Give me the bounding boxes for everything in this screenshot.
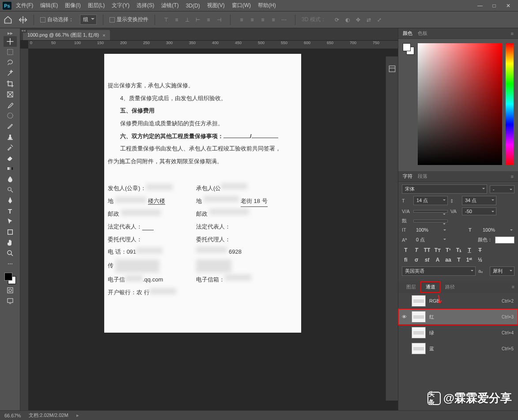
- dodge-tool[interactable]: [4, 184, 17, 195]
- history-brush-tool[interactable]: [4, 142, 17, 153]
- edit-toolbar-icon[interactable]: ⋯: [4, 259, 17, 269]
- align-top-icon[interactable]: ⊤: [161, 15, 171, 25]
- show-transform-checkbox[interactable]: 显示变换控件: [110, 16, 148, 23]
- panel-menu-icon[interactable]: ≡: [511, 174, 514, 179]
- crop-tool[interactable]: [4, 79, 17, 89]
- brush-tool[interactable]: [4, 121, 17, 131]
- vscale-select[interactable]: [413, 220, 448, 222]
- half-button[interactable]: ½: [476, 256, 484, 264]
- oldstyle-button[interactable]: σ: [412, 256, 420, 264]
- channel-row-rgb[interactable]: RGB Ctrl+2: [398, 293, 518, 309]
- tab-channels[interactable]: 通道: [420, 281, 441, 293]
- pen-tool[interactable]: [4, 195, 17, 206]
- heal-tool[interactable]: [4, 110, 17, 121]
- stamp-tool[interactable]: [4, 131, 17, 142]
- dist-bottom-icon[interactable]: ≡: [258, 15, 268, 25]
- menu-3d[interactable]: 3D(D): [183, 1, 203, 10]
- dist-vmid-icon[interactable]: ≡: [247, 15, 257, 25]
- wand-tool[interactable]: [4, 68, 17, 79]
- align-hmid-icon[interactable]: ≡: [204, 15, 213, 25]
- shape-tool[interactable]: [4, 227, 17, 237]
- menu-window[interactable]: 窗口(W): [229, 0, 253, 11]
- superscript-button[interactable]: T¹: [444, 246, 452, 254]
- zoom-value[interactable]: 66.67%: [4, 413, 21, 418]
- tab-paths[interactable]: 路径: [441, 282, 459, 292]
- minimize-button[interactable]: —: [473, 2, 487, 10]
- menu-select[interactable]: 选择(S): [134, 0, 157, 11]
- strikethrough-button[interactable]: T: [476, 246, 484, 254]
- doc-info[interactable]: 文档:2.02M/2.02M: [29, 412, 68, 419]
- panel-menu-icon[interactable]: ≡: [512, 284, 514, 289]
- visibility-icon[interactable]: [400, 297, 408, 305]
- history-panel-icon[interactable]: [388, 64, 397, 73]
- lasso-tool[interactable]: [4, 57, 17, 68]
- dist-left-icon[interactable]: ≡: [268, 15, 278, 25]
- home-icon[interactable]: [4, 15, 12, 24]
- tab-layers[interactable]: 图层: [402, 282, 420, 292]
- bold-button[interactable]: T: [402, 246, 410, 254]
- zoom-tool[interactable]: [4, 248, 17, 259]
- channel-row-green[interactable]: 绿 Ctrl+4: [398, 325, 518, 341]
- screen-mode-tool[interactable]: [4, 296, 17, 306]
- visibility-icon[interactable]: [400, 345, 408, 352]
- marquee-tool[interactable]: [4, 47, 17, 57]
- panel-menu-icon[interactable]: ≡: [511, 31, 514, 36]
- canvas[interactable]: 提出保修方案，承包人实施保修。 4、质量保修完成后，由发包人组织验收。 五、保修…: [28, 49, 398, 410]
- underline-button[interactable]: T: [465, 246, 473, 254]
- menu-type[interactable]: 文字(Y): [109, 0, 132, 11]
- 3d-zoom-icon[interactable]: ⤢: [374, 15, 384, 25]
- smallcaps-button[interactable]: Tᴛ: [434, 246, 442, 254]
- 3d-roll-icon[interactable]: ◐: [343, 15, 352, 25]
- move-tool-icon[interactable]: [19, 15, 27, 24]
- path-select-tool[interactable]: [4, 216, 17, 227]
- ordinal-button[interactable]: aa: [444, 256, 452, 264]
- align-left-icon[interactable]: ⊢: [193, 15, 203, 25]
- menu-layer[interactable]: 图层(L): [85, 0, 108, 11]
- tab-swatches[interactable]: 色板: [418, 30, 427, 37]
- expand-tools-icon[interactable]: ▸▸: [4, 30, 17, 36]
- dist-top-icon[interactable]: ≡: [237, 15, 246, 25]
- channel-row-red[interactable]: 👁 红 Ctrl+3: [398, 309, 518, 325]
- close-tab-icon[interactable]: ×: [102, 33, 105, 38]
- auto-select-checkbox[interactable]: 自动选择：: [40, 16, 74, 23]
- stylistic-button[interactable]: st: [423, 256, 431, 264]
- align-vmid-icon[interactable]: ≡: [172, 15, 181, 25]
- type-tool[interactable]: T: [4, 206, 17, 216]
- visibility-icon[interactable]: 👁: [400, 313, 408, 321]
- channel-row-blue[interactable]: 蓝 Ctrl+5: [398, 341, 518, 356]
- 3d-slide-icon[interactable]: ⇄: [364, 15, 374, 25]
- tracking-select[interactable]: -50: [462, 207, 496, 215]
- language-select[interactable]: 美国英语: [402, 266, 476, 276]
- menu-help[interactable]: 帮助(H): [255, 0, 279, 11]
- 3d-orbit-icon[interactable]: ⟳: [332, 15, 342, 25]
- maximize-button[interactable]: □: [487, 2, 501, 10]
- fg-bg-swatch[interactable]: [403, 43, 414, 55]
- fraction-button[interactable]: 1ˢᵗ: [465, 256, 473, 264]
- tab-color[interactable]: 颜色: [403, 30, 412, 37]
- font-style-select[interactable]: -: [490, 185, 514, 193]
- italic-button[interactable]: T: [412, 246, 420, 254]
- collapse-left-icon[interactable]: ◂◂: [20, 28, 27, 33]
- doc-tab[interactable]: 1000.png @ 66.7% (图层 1, 红/8) ×: [23, 30, 110, 40]
- eyedropper-tool[interactable]: [4, 100, 17, 110]
- text-color-swatch[interactable]: [495, 236, 514, 244]
- subscript-button[interactable]: T₁: [455, 246, 463, 254]
- allcaps-button[interactable]: TT: [423, 246, 431, 254]
- menu-filter[interactable]: 滤镜(T): [159, 0, 181, 11]
- auto-select-dropdown[interactable]: 组: [80, 15, 97, 25]
- ligature-button[interactable]: fi: [402, 256, 410, 264]
- tab-character[interactable]: 字符: [403, 173, 412, 180]
- menu-edit[interactable]: 编辑(E): [38, 0, 60, 11]
- baseline-value[interactable]: 0 点: [413, 236, 448, 244]
- chevron-right-icon[interactable]: ▸: [76, 412, 79, 418]
- align-bottom-icon[interactable]: ⊥: [182, 15, 192, 25]
- color-field[interactable]: [418, 43, 502, 165]
- visibility-icon[interactable]: [400, 329, 408, 337]
- leading-select[interactable]: 34 点: [462, 196, 496, 205]
- more-icon[interactable]: ⋯: [279, 15, 289, 25]
- move-tool[interactable]: [4, 36, 17, 47]
- 3d-pan-icon[interactable]: ✥: [353, 15, 363, 25]
- menu-image[interactable]: 图像(I): [62, 0, 83, 11]
- titling-button[interactable]: T: [455, 256, 463, 264]
- quickmask-tool[interactable]: [4, 285, 17, 296]
